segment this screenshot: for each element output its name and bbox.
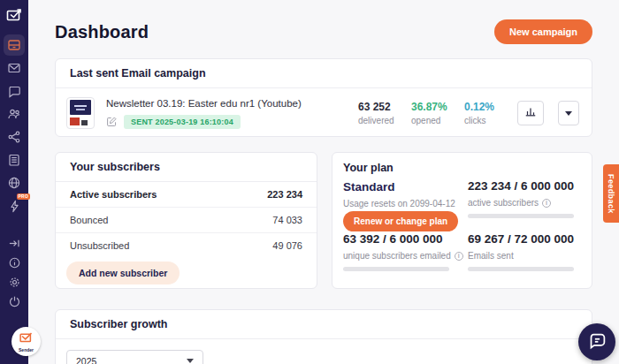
power-icon [8, 295, 21, 308]
campaign-name[interactable]: Newsletter 03.19: Easter edu nr1 (Youtub… [106, 98, 302, 109]
forms-icon [7, 153, 21, 167]
meter-label-text: unique subscribers emailed [343, 251, 451, 261]
new-campaign-button[interactable]: New campaign [494, 19, 592, 44]
plan-name: Standard [343, 180, 395, 193]
meter-active-bar [468, 214, 574, 218]
subscribers-row-value: 223 234 [267, 189, 302, 200]
subscribers-row-value: 74 033 [272, 215, 302, 225]
stat-opened-label: opened [411, 116, 450, 125]
sidebar-nav-top: PRO [0, 34, 28, 216]
chevron-down-icon [565, 111, 572, 116]
subscribers-row-active: Active subscribers 223 234 [56, 182, 317, 208]
stat-opened-value: 36.87% [411, 101, 450, 113]
bolt-icon [8, 200, 21, 213]
sender-brand-label: Sender [19, 347, 34, 353]
subscribers-row-label: Bounced [70, 215, 108, 225]
subscribers-icon [7, 107, 21, 121]
bar-chart-icon [524, 105, 537, 121]
info-icon [8, 256, 21, 269]
page-title: Dashboard [55, 22, 149, 42]
feedback-tab[interactable]: Feedback [603, 164, 619, 223]
app-window: PRO Sender Dashboard New campaign [0, 0, 619, 364]
campaign-thumbnail[interactable] [66, 97, 95, 129]
stat-delivered: 63 252 delivered [358, 101, 397, 125]
sidebar-nav-bottom [0, 233, 28, 311]
chat-icon [7, 84, 21, 98]
meter-unique-label: unique subscribers emailed i [343, 251, 463, 261]
meter-emails-bar [468, 267, 574, 271]
plan-card: Your plan Standard Usage resets on 2099-… [332, 152, 592, 289]
sidebar-item-collapse[interactable] [4, 233, 25, 253]
subscribers-row-label: Unsubscribed [70, 240, 129, 251]
subscriber-growth-card: Subscriber growth 2025 [55, 309, 592, 364]
subscribers-card: Your subscribers Active subscribers 223 … [55, 152, 317, 289]
meter-emails-value: 69 267 / 72 000 000 [468, 232, 574, 246]
meter-unique-value: 63 392 / 6 000 000 [343, 232, 443, 246]
sent-status-badge: SENT 2025-03-19 16:10:04 [124, 115, 241, 129]
page-header: Dashboard New campaign [55, 19, 592, 44]
campaign-info: Newsletter 03.19: Easter edu nr1 (Youtub… [106, 98, 302, 129]
info-icon[interactable]: i [542, 199, 551, 208]
subscribers-row-value: 49 076 [272, 240, 302, 251]
thumbnail-text-line [76, 109, 85, 110]
sidebar-item-forms[interactable] [4, 149, 25, 171]
email-campaigns-icon [7, 61, 21, 75]
meter-active-label: active subscribers i [468, 198, 551, 208]
collapse-arrow-icon [8, 237, 21, 250]
subscribers-card-header: Your subscribers [56, 153, 317, 182]
chat-bubble-icon [588, 331, 607, 353]
meter-emails-label: Emails sent [468, 251, 514, 261]
thumbnail-image-block [70, 118, 80, 125]
add-subscriber-button[interactable]: Add new subscriber [66, 262, 180, 284]
subscribers-row-bounced: Bounced 74 033 [56, 208, 317, 233]
sidebar-item-logout[interactable] [4, 292, 25, 311]
sidebar-item-campaigns[interactable] [4, 57, 25, 79]
stat-opened: 36.87% opened [411, 101, 450, 125]
last-campaign-card-header: Last sent Email campaign [56, 59, 592, 88]
chat-widget-button[interactable] [578, 323, 615, 360]
stat-clicks-value: 0.12% [464, 101, 503, 113]
subscribers-card-title: Your subscribers [70, 161, 160, 173]
sidebar: PRO [0, 0, 28, 364]
campaign-more-actions-button[interactable] [558, 101, 579, 125]
plan-usage-note: Usage resets on 2099-04-12 [343, 199, 455, 209]
sidebar-item-subscribers[interactable] [4, 103, 25, 125]
main-content: Dashboard New campaign Last sent Email c… [28, 0, 619, 364]
sidebar-item-messages[interactable] [4, 80, 25, 102]
year-select[interactable]: 2025 [66, 350, 203, 364]
campaign-report-button[interactable] [517, 101, 544, 125]
growth-card-title: Subscriber growth [70, 318, 167, 330]
stat-delivered-value: 63 252 [358, 101, 397, 113]
meter-unique-bar [343, 267, 449, 271]
sender-logo-icon[interactable] [5, 6, 23, 24]
year-select-value: 2025 [76, 356, 96, 364]
subscribers-row-label: Active subscribers [70, 189, 157, 200]
growth-card-body: 2025 [56, 339, 592, 364]
globe-icon [7, 176, 21, 190]
last-campaign-card-title: Last sent Email campaign [70, 67, 206, 80]
settings-gear-icon [8, 276, 21, 289]
meter-active-value: 223 234 / 6 000 000 [468, 179, 574, 193]
sidebar-item-dashboard[interactable] [4, 34, 25, 56]
renew-plan-button[interactable]: Renew or change plan [343, 211, 458, 231]
edit-icon[interactable] [106, 116, 118, 127]
stat-delivered-label: delivered [358, 116, 397, 125]
sidebar-item-pro-features[interactable]: PRO [4, 195, 25, 216]
sidebar-item-automation[interactable] [4, 126, 25, 148]
thumbnail-header-block [70, 100, 91, 115]
last-campaign-body: Newsletter 03.19: Easter edu nr1 (Youtub… [56, 88, 592, 138]
subscribers-row-unsubscribed: Unsubscribed 49 076 [56, 233, 317, 258]
campaign-status-row: SENT 2025-03-19 16:10:04 [106, 115, 302, 129]
sender-envelope-icon [19, 330, 33, 346]
sidebar-item-website[interactable] [4, 172, 25, 193]
thumbnail-text-line [74, 105, 87, 107]
info-icon[interactable]: i [455, 252, 463, 261]
sender-brand-badge[interactable]: Sender [11, 327, 41, 356]
meter-label-text: active subscribers [468, 198, 539, 208]
sidebar-item-settings[interactable] [4, 272, 25, 292]
sidebar-item-info[interactable] [4, 253, 25, 272]
last-campaign-card: Last sent Email campaign Newsletter 03.1… [55, 58, 592, 137]
thumbnail-image-block [81, 120, 88, 125]
automation-icon [7, 130, 21, 144]
dashboard-icon [7, 38, 21, 52]
